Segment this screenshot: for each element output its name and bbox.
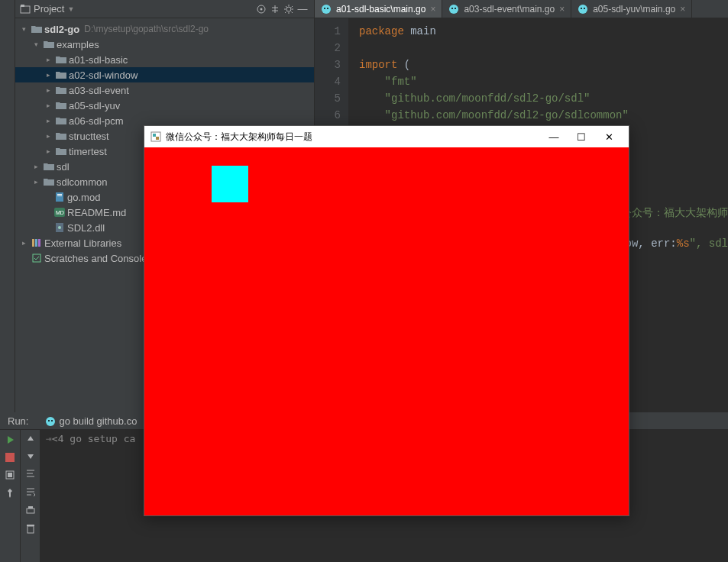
maximize-button[interactable]: ☐ bbox=[568, 131, 595, 143]
tree-root[interactable]: ▾ sdl2-go D:\mysetup\gopath\src\sdl2-go bbox=[15, 21, 314, 37]
go-file-icon bbox=[45, 416, 56, 427]
tree-folder[interactable]: ▸ a03-sdl-event bbox=[15, 82, 314, 98]
chevron-right-icon[interactable]: ▸ bbox=[44, 71, 52, 79]
tree-folder[interactable]: ▸ a05-sdl-yuv bbox=[15, 98, 314, 113]
config-icon[interactable] bbox=[5, 470, 15, 480]
svg-text:MD: MD bbox=[56, 210, 64, 215]
trash-icon[interactable] bbox=[25, 523, 36, 534]
editor-tabbar: a01-sdl-basic\main.go × a03-sdl-event\ma… bbox=[315, 0, 728, 18]
svg-point-18 bbox=[327, 8, 328, 9]
folder-icon bbox=[55, 84, 67, 96]
folder-icon bbox=[55, 99, 67, 111]
close-icon[interactable]: × bbox=[680, 4, 685, 15]
file-icon bbox=[53, 191, 66, 203]
run-config-name[interactable]: go build github.co bbox=[59, 415, 137, 427]
sdl-titlebar[interactable]: 微信公众号：福大大架构师每日一题 — ☐ ✕ bbox=[144, 126, 629, 147]
svg-rect-31 bbox=[27, 509, 34, 513]
go-file-icon bbox=[578, 4, 588, 15]
chevron-right-icon[interactable]: ▸ bbox=[44, 117, 52, 124]
svg-point-16 bbox=[322, 5, 331, 14]
svg-point-17 bbox=[324, 8, 325, 9]
svg-rect-0 bbox=[21, 6, 30, 13]
go-file-icon bbox=[321, 4, 332, 15]
svg-point-22 bbox=[578, 5, 587, 14]
svg-rect-36 bbox=[153, 134, 156, 137]
svg-rect-5 bbox=[56, 192, 63, 202]
folder-icon bbox=[55, 130, 67, 142]
tab-label: a03-sdl-event\main.go bbox=[464, 4, 555, 15]
chevron-right-icon[interactable]: ▸ bbox=[32, 178, 40, 186]
code-peek: 公众号：福大大架构师 bbox=[621, 205, 728, 221]
svg-point-21 bbox=[455, 8, 456, 9]
scroll-icon[interactable] bbox=[25, 486, 36, 497]
chevron-right-icon[interactable]: ▸ bbox=[44, 102, 52, 109]
print-icon[interactable] bbox=[25, 505, 36, 515]
svg-rect-6 bbox=[57, 194, 62, 195]
down-icon[interactable] bbox=[26, 451, 35, 460]
svg-point-20 bbox=[451, 8, 453, 9]
dll-icon bbox=[53, 221, 66, 234]
rerun-icon[interactable] bbox=[5, 434, 15, 445]
tab-label: a01-sdl-basic\main.go bbox=[336, 4, 425, 15]
chevron-right-icon[interactable]: ▸ bbox=[44, 86, 52, 94]
folder-icon bbox=[43, 38, 55, 50]
folder-icon bbox=[31, 23, 43, 35]
editor-tab[interactable]: a05-sdl-yuv\main.go × bbox=[571, 0, 692, 18]
sidebar-header: Project ▼ — bbox=[15, 0, 314, 18]
stop-icon[interactable] bbox=[5, 453, 15, 462]
gear-icon[interactable] bbox=[282, 2, 296, 16]
svg-point-4 bbox=[286, 7, 291, 11]
code-peek: ow, err:%s", sdl bbox=[626, 235, 728, 252]
svg-rect-13 bbox=[35, 239, 37, 247]
svg-rect-33 bbox=[28, 526, 34, 533]
svg-point-26 bbox=[48, 420, 50, 422]
app-icon bbox=[150, 131, 161, 142]
editor-tab[interactable]: a01-sdl-basic\main.go × bbox=[315, 0, 442, 18]
run-label: Run: bbox=[8, 415, 28, 427]
chevron-down-icon[interactable]: ▼ bbox=[67, 5, 74, 13]
tree-folder-selected[interactable]: ▸ a02-sdl-window bbox=[15, 67, 314, 82]
tree-folder[interactable]: ▸ a01-sdl-basic bbox=[15, 52, 314, 67]
folder-icon bbox=[55, 115, 67, 127]
sdl-app-window[interactable]: 微信公众号：福大大架构师每日一题 — ☐ ✕ bbox=[144, 125, 629, 516]
up-icon[interactable] bbox=[26, 434, 35, 444]
expand-icon[interactable] bbox=[268, 2, 282, 16]
svg-rect-32 bbox=[28, 506, 33, 509]
chevron-right-icon[interactable]: ▸ bbox=[44, 132, 52, 140]
locate-icon[interactable] bbox=[254, 2, 268, 16]
pin-icon[interactable] bbox=[5, 488, 15, 499]
svg-rect-12 bbox=[32, 239, 34, 247]
chevron-right-icon[interactable]: ▸ bbox=[44, 147, 52, 155]
folder-icon bbox=[55, 53, 67, 66]
run-toolbar-left bbox=[0, 430, 20, 562]
folder-icon bbox=[55, 145, 67, 157]
chevron-down-icon[interactable]: ▾ bbox=[20, 25, 28, 33]
close-icon[interactable]: × bbox=[430, 4, 435, 15]
chevron-down-icon[interactable]: ▾ bbox=[32, 40, 40, 48]
svg-rect-37 bbox=[156, 137, 159, 140]
svg-rect-15 bbox=[33, 254, 40, 262]
sdl-canvas bbox=[144, 147, 629, 515]
svg-point-23 bbox=[581, 8, 582, 9]
chevron-right-icon[interactable]: ▸ bbox=[20, 239, 28, 247]
svg-point-25 bbox=[46, 417, 55, 426]
hide-icon[interactable]: — bbox=[296, 2, 309, 16]
wrap-icon[interactable] bbox=[25, 468, 36, 479]
folder-icon bbox=[43, 160, 55, 173]
root-name: sdl2-go bbox=[44, 24, 79, 35]
svg-rect-1 bbox=[21, 5, 24, 7]
tree-folder-examples[interactable]: ▾ examples bbox=[15, 37, 314, 52]
chevron-right-icon[interactable]: ▸ bbox=[44, 56, 52, 63]
library-icon bbox=[31, 237, 43, 249]
chevron-right-icon[interactable]: ▸ bbox=[32, 163, 40, 170]
close-button[interactable]: ✕ bbox=[595, 131, 623, 143]
editor-tab[interactable]: a03-sdl-event\main.go × bbox=[442, 0, 571, 18]
svg-rect-14 bbox=[38, 239, 40, 247]
folder-icon bbox=[55, 69, 67, 81]
svg-point-24 bbox=[584, 8, 585, 9]
sdl-cyan-rect bbox=[212, 166, 248, 202]
minimize-button[interactable]: — bbox=[540, 131, 568, 143]
sdl-window-title: 微信公众号：福大大架构师每日一题 bbox=[166, 131, 312, 144]
close-icon[interactable]: × bbox=[559, 4, 565, 15]
svg-point-11 bbox=[58, 226, 61, 229]
